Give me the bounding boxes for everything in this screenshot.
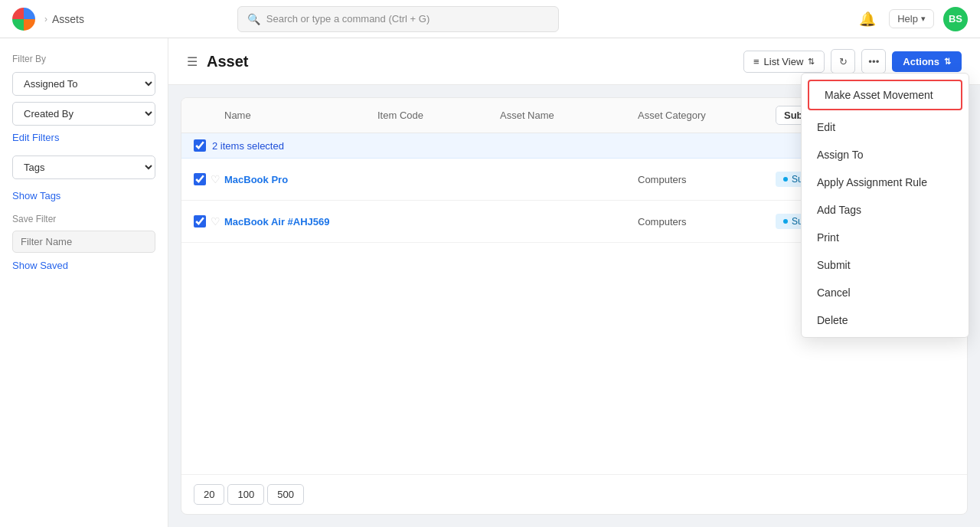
refresh-button[interactable]: ↻ [831, 49, 855, 74]
header-actions: ≡ List View ⇅ ↻ ••• Actions ⇅ [743, 49, 962, 74]
filter-by-label: Filter By [12, 54, 155, 64]
notifications-bell-icon[interactable]: 🔔 [855, 7, 880, 31]
page-title: Asset [207, 53, 248, 70]
actions-chevron-icon: ⇅ [944, 57, 951, 67]
list-view-button[interactable]: ≡ List View ⇅ [743, 51, 825, 73]
dropdown-item-delete[interactable]: Delete [802, 306, 969, 334]
selected-count-text: 2 items selected [212, 140, 284, 152]
row-1-checkbox[interactable] [194, 173, 206, 185]
assigned-to-select[interactable]: Assigned To [12, 72, 155, 96]
actions-button[interactable]: Actions ⇅ [892, 51, 962, 72]
more-icon: ••• [868, 56, 879, 67]
actions-dropdown-menu: Make Asset Movement Edit Assign To Apply… [801, 73, 969, 338]
hamburger-icon[interactable]: ☰ [187, 54, 198, 69]
col-header-item-code: Item Code [377, 110, 500, 121]
dropdown-item-cancel[interactable]: Cancel [802, 279, 969, 306]
show-tags-link[interactable]: Show Tags [12, 190, 155, 201]
avatar-initials: BS [949, 13, 962, 25]
tags-select[interactable]: Tags [12, 155, 155, 179]
search-bar[interactable]: 🔍 Search or type a command (Ctrl + G) [237, 6, 559, 32]
help-button[interactable]: Help ▾ [889, 9, 934, 28]
filter-name-input[interactable] [12, 231, 155, 253]
pagination: 20 100 500 [181, 474, 967, 514]
edit-filters-link[interactable]: Edit Filters [12, 132, 155, 143]
dropdown-item-make-asset-movement[interactable]: Make Asset Movement [808, 80, 962, 110]
col-header-name: Name [224, 110, 377, 121]
row-2-checkbox[interactable] [194, 215, 206, 227]
tags-select-wrap: Tags [12, 155, 155, 185]
breadcrumb: › Assets [44, 13, 84, 25]
dropdown-item-assign-to[interactable]: Assign To [802, 141, 969, 169]
dropdown-item-add-tags[interactable]: Add Tags [802, 196, 969, 224]
col-header-asset-name: Asset Name [500, 110, 638, 121]
more-options-button[interactable]: ••• [861, 49, 886, 74]
row-2-name[interactable]: MacBook Air #AHJ569 [224, 216, 377, 227]
page-size-100[interactable]: 100 [227, 484, 264, 505]
refresh-icon: ↻ [839, 56, 848, 67]
help-label: Help [897, 13, 918, 25]
row-2-asset-category: Computers [638, 216, 776, 227]
row-checkbox-cell-2: ♡ [194, 215, 224, 227]
row-1-asset-category: Computers [638, 174, 776, 185]
chevron-updown-icon: ⇅ [808, 57, 815, 67]
search-placeholder-text: Search or type a command (Ctrl + G) [266, 13, 430, 25]
save-filter-label: Save Filter [12, 214, 155, 224]
row-checkbox-cell-1: ♡ [194, 173, 224, 185]
dropdown-item-submit[interactable]: Submit [802, 251, 969, 279]
list-view-label: List View [764, 56, 804, 67]
sidebar: Filter By Assigned To Created By Edit Fi… [0, 38, 168, 527]
search-icon: 🔍 [247, 13, 260, 25]
col-header-asset-category: Asset Category [638, 110, 776, 121]
select-all-checkbox[interactable] [194, 139, 206, 152]
chevron-down-icon: ▾ [921, 14, 926, 24]
show-saved-link[interactable]: Show Saved [12, 260, 68, 271]
row-1-name[interactable]: MacBook Pro [224, 174, 377, 185]
dropdown-item-edit[interactable]: Edit [802, 113, 969, 141]
dropdown-item-apply-assignment-rule[interactable]: Apply Assignment Rule [802, 169, 969, 196]
breadcrumb-item: Assets [52, 13, 84, 25]
topnav: › Assets 🔍 Search or type a command (Ctr… [0, 0, 980, 38]
status-dot-1 [783, 177, 788, 182]
row-1-favorite-icon[interactable]: ♡ [211, 173, 220, 185]
avatar[interactable]: BS [943, 7, 968, 31]
dropdown-item-print[interactable]: Print [802, 224, 969, 251]
list-view-icon: ≡ [753, 56, 760, 67]
created-by-select[interactable]: Created By [12, 102, 155, 126]
row-2-favorite-icon[interactable]: ♡ [211, 215, 220, 227]
status-dot-2 [783, 219, 788, 224]
page-size-500[interactable]: 500 [267, 484, 304, 505]
topnav-right: 🔔 Help ▾ BS [855, 7, 968, 31]
breadcrumb-chevron: › [44, 14, 47, 25]
app-logo [12, 8, 35, 31]
actions-label: Actions [903, 56, 939, 67]
page-size-20[interactable]: 20 [194, 484, 224, 505]
